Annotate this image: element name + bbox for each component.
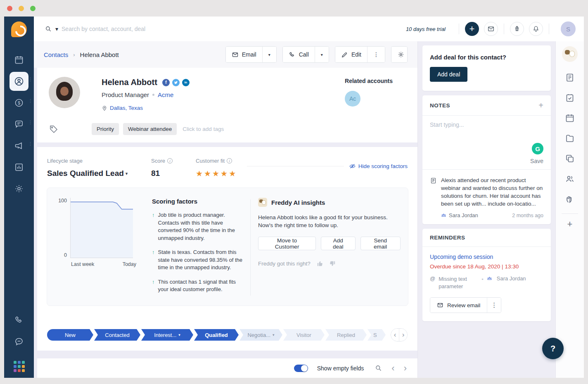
help-button[interactable]: ? — [542, 338, 564, 359]
location-pin-icon — [102, 105, 107, 111]
customer-fit-label: Customer fit — [196, 158, 225, 164]
search-scope-caret-icon[interactable]: ▾ — [55, 26, 58, 32]
page-settings-button[interactable] — [391, 47, 407, 62]
chevron-down-icon: ▾ — [126, 171, 128, 176]
phone-icon — [289, 51, 296, 58]
reminder-more-button[interactable]: ⋮ — [487, 298, 501, 313]
add-tags-placeholder[interactable]: Click to add tags — [183, 126, 224, 132]
user-avatar[interactable]: S — [561, 21, 576, 36]
sidebar-item-analytics[interactable] — [9, 158, 28, 177]
minimize-window-button[interactable] — [19, 6, 24, 11]
stage-contacted[interactable]: Contacted — [94, 329, 140, 341]
sidebar-item-conversations[interactable]: ⋮ — [9, 115, 28, 134]
sidebar-item-settings[interactable] — [9, 179, 28, 198]
email-button[interactable]: Email — [226, 47, 262, 62]
conversations-more-icon[interactable]: ⋮ — [28, 121, 33, 123]
sidebar-item-chat-support[interactable] — [9, 332, 28, 351]
hide-scoring-factors-link[interactable]: Hide scoring factors — [349, 163, 408, 170]
deals-more-icon[interactable]: ⋮ — [28, 100, 33, 102]
add-widget-icon[interactable]: + — [567, 219, 573, 230]
note-input[interactable]: Start typing... — [430, 121, 543, 143]
stage-overflow[interactable]: S — [368, 329, 386, 341]
calendar-icon — [14, 55, 24, 65]
pipeline-scroll-right-button[interactable]: › — [399, 329, 407, 341]
stage-replied[interactable]: Replied — [325, 329, 367, 341]
related-account-avatar[interactable]: Ac — [345, 91, 360, 107]
notes-widget-icon[interactable] — [565, 73, 575, 83]
grammarly-icon[interactable]: G — [532, 143, 543, 154]
linkedin-icon[interactable]: in — [182, 79, 190, 86]
call-button[interactable]: Call — [283, 47, 315, 62]
show-empty-fields-toggle[interactable] — [294, 365, 308, 372]
stage-interested[interactable]: Interest...▾ — [141, 329, 193, 341]
connections-widget-icon[interactable] — [565, 174, 575, 184]
review-email-button[interactable]: Review email — [430, 298, 487, 313]
close-window-button[interactable] — [7, 6, 12, 11]
facebook-icon[interactable]: f — [162, 79, 170, 86]
breadcrumb-contacts-link[interactable]: Contacts — [44, 51, 68, 58]
send-email-button[interactable]: Send email — [360, 237, 401, 250]
contact-photo[interactable] — [49, 77, 80, 108]
next-section-icon[interactable]: › — [404, 364, 407, 373]
email-dropdown-button[interactable]: ▾ — [262, 47, 276, 62]
more-actions-button[interactable]: ⋮ — [367, 47, 385, 62]
owner-crown-icon — [441, 213, 446, 218]
twitter-icon[interactable] — [172, 79, 180, 86]
contact-location-link[interactable]: Dallas, Texas — [110, 105, 143, 111]
email-inbox-button[interactable] — [484, 22, 498, 36]
call-dropdown-button[interactable]: ▾ — [315, 47, 329, 62]
sidebar-item-phone[interactable] — [9, 311, 28, 329]
sidebar-item-campaigns[interactable]: ⋮ — [9, 136, 28, 155]
sidebar-item-calendar[interactable] — [9, 50, 28, 69]
whats-new-button[interactable] — [510, 22, 524, 36]
search-input[interactable] — [62, 26, 235, 32]
maximize-window-button[interactable] — [30, 6, 36, 11]
freddy-feedback-label: Freddy got this right? — [258, 261, 311, 267]
edit-button-group: Edit ⋮ — [335, 46, 385, 63]
eye-slash-icon — [349, 163, 356, 170]
contacts-more-icon[interactable]: ⋮ — [28, 78, 33, 81]
lifecycle-stage-select[interactable]: Sales Qualified Lead▾ — [47, 169, 151, 178]
deals-icon: $ — [14, 98, 24, 108]
duplicates-widget-icon[interactable] — [565, 154, 575, 164]
stage-qualified[interactable]: Qualified — [194, 329, 239, 341]
tasks-widget-icon[interactable] — [565, 93, 575, 103]
tag-chip[interactable]: Webinar attendee — [123, 123, 177, 135]
quick-add-button[interactable]: + — [465, 22, 479, 36]
notifications-button[interactable] — [529, 22, 543, 36]
search-icon[interactable] — [45, 25, 52, 33]
add-note-icon[interactable]: + — [538, 101, 543, 109]
freshworks-logo[interactable] — [11, 21, 27, 37]
stage-visitor[interactable]: Visitor — [283, 329, 325, 341]
sidebar-item-contacts[interactable]: ⋮ — [9, 72, 28, 91]
campaigns-more-icon[interactable]: ⋮ — [28, 143, 33, 145]
thumbs-up-icon[interactable] — [316, 260, 323, 267]
score-info-icon[interactable]: i — [167, 158, 173, 164]
add-deal-button[interactable]: Add deal — [430, 67, 467, 82]
top-bar: ▾ 10 days free trial + S — [34, 17, 584, 41]
stage-negotiation[interactable]: Negotia...▾ — [239, 329, 282, 341]
pipeline-scroll-left-button[interactable]: ‹ — [391, 329, 399, 341]
note-item[interactable]: Alexis attended our recent product webin… — [422, 170, 551, 224]
integrations-widget-icon[interactable] — [565, 194, 575, 204]
move-to-customer-button[interactable]: Move to Customer — [258, 237, 316, 250]
files-widget-icon[interactable] — [565, 133, 575, 143]
customer-fit-info-icon[interactable]: i — [227, 158, 232, 164]
thumbs-down-icon[interactable] — [329, 260, 336, 267]
contact-summary-card: Helena Abbott f in Product Manager Acme — [37, 68, 417, 142]
tag-chip[interactable]: Priority — [92, 123, 119, 135]
scoring-factor: ↑Job title is product manager. Contacts … — [152, 211, 244, 242]
contact-company-link[interactable]: Acme — [158, 91, 173, 98]
freddy-widget-icon[interactable] — [562, 46, 578, 62]
save-note-button[interactable]: Save — [530, 158, 543, 164]
search-fields-icon[interactable] — [375, 364, 382, 372]
edit-button[interactable]: Edit — [335, 47, 367, 62]
app-switcher-icon[interactable] — [14, 361, 25, 372]
add-deal-button[interactable]: Add deal — [321, 237, 355, 250]
sidebar-item-deals[interactable]: $ ⋮ — [9, 93, 28, 112]
reminder-title-link[interactable]: Upcoming demo session — [430, 254, 543, 260]
scoring-panel: 100 0 — [47, 187, 408, 306]
meetings-widget-icon[interactable] — [565, 113, 575, 123]
stage-new[interactable]: New — [47, 329, 93, 341]
prev-section-icon[interactable]: ‹ — [391, 364, 394, 373]
